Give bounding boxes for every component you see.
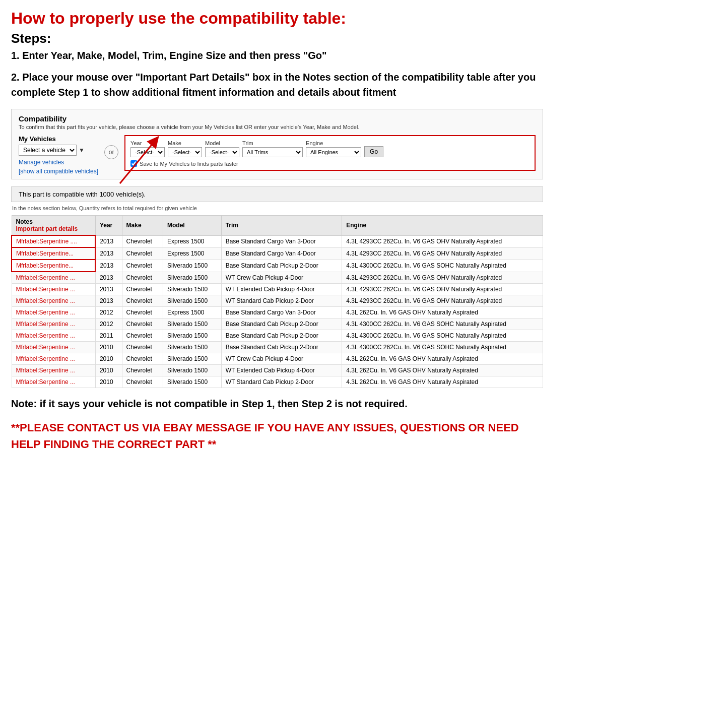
table-row: Mfrlabel:Serpentine ...2013ChevroletSilv… (12, 284, 543, 295)
trim-cell: Base Standard Cab Pickup 2-Door (221, 342, 342, 353)
engine-cell: 4.3L 4293CC 262Cu. In. V6 GAS OHV Natura… (342, 284, 543, 295)
model-cell: Silverado 1500 (163, 330, 222, 342)
trim-cell: Base Standard Cab Pickup 2-Door (221, 260, 342, 272)
notes-cell: Mfrlabel:Serpentine... (12, 247, 95, 260)
trim-cell: Base Standard Cargo Van 3-Door (221, 235, 342, 247)
go-button[interactable]: Go (364, 146, 383, 157)
trim-select[interactable]: All Trims (242, 147, 303, 157)
make-cell: Chevrolet (122, 272, 163, 284)
manage-vehicles-link[interactable]: Manage vehicles (19, 159, 98, 166)
engine-cell: 4.3L 4293CC 262Cu. In. V6 GAS OHV Natura… (342, 272, 543, 284)
engine-label: Engine (306, 140, 361, 146)
trim-cell: WT Extended Cab Pickup 4-Door (221, 365, 342, 376)
model-cell: Express 1500 (163, 247, 222, 260)
trim-cell: Base Standard Cab Pickup 2-Door (221, 318, 342, 330)
engine-cell: 4.3L 4293CC 262Cu. In. V6 GAS OHV Natura… (342, 295, 543, 307)
table-row: Mfrlabel:Serpentine...2013ChevroletSilve… (12, 260, 543, 272)
table-row: Mfrlabel:Serpentine ...2010ChevroletSilv… (12, 365, 543, 376)
engine-cell: 4.3L 4300CC 262Cu. In. V6 GAS SOHC Natur… (342, 342, 543, 353)
year-cell: 2012 (95, 307, 122, 318)
make-cell: Chevrolet (122, 295, 163, 307)
trim-cell: WT Standard Cab Pickup 2-Door (221, 295, 342, 307)
my-vehicles-label: My Vehicles (19, 135, 98, 143)
make-cell: Chevrolet (122, 260, 163, 272)
notes-cell: Mfrlabel:Serpentine ... (12, 342, 95, 353)
make-cell: Chevrolet (122, 318, 163, 330)
trim-field: Trim All Trims (242, 140, 303, 157)
compat-title: Compatibility (19, 114, 536, 123)
engine-cell: 4.3L 4300CC 262Cu. In. V6 GAS SOHC Natur… (342, 260, 543, 272)
make-cell: Chevrolet (122, 376, 163, 388)
notes-header: Notes Important part details (12, 216, 95, 236)
make-cell: Chevrolet (122, 330, 163, 342)
main-title: How to properly use the compatibility ta… (11, 9, 543, 28)
year-cell: 2012 (95, 318, 122, 330)
trim-cell: WT Standard Cab Pickup 2-Door (221, 376, 342, 388)
table-row: Mfrlabel:Serpentine ...2010ChevroletSilv… (12, 353, 543, 365)
year-cell: 2013 (95, 260, 122, 272)
important-part-details-header: Important part details (16, 225, 78, 232)
year-cell: 2010 (95, 376, 122, 388)
table-row: Mfrlabel:Serpentine ...2012ChevroletSilv… (12, 318, 543, 330)
year-cell: 2010 (95, 342, 122, 353)
engine-cell: 4.3L 4293CC 262Cu. In. V6 GAS OHV Natura… (342, 235, 543, 247)
compatibility-table: Notes Important part details Year Make M… (11, 215, 543, 388)
table-row: Mfrlabel:Serpentine ...2010ChevroletSilv… (12, 376, 543, 388)
make-field: Make -Select- (168, 140, 202, 157)
engine-cell: 4.3L 262Cu. In. V6 GAS OHV Naturally Asp… (342, 376, 543, 388)
make-cell: Chevrolet (122, 284, 163, 295)
table-row: Mfrlabel:Serpentine ...2013ChevroletSilv… (12, 295, 543, 307)
model-cell: Express 1500 (163, 235, 222, 247)
table-row: Mfrlabel:Serpentine ...2010ChevroletSilv… (12, 342, 543, 353)
engine-select[interactable]: All Engines (306, 147, 361, 157)
model-cell: Silverado 1500 (163, 318, 222, 330)
trim-cell: WT Extended Cab Pickup 4-Door (221, 284, 342, 295)
notes-cell: Mfrlabel:Serpentine ... (12, 272, 95, 284)
show-all-link[interactable]: [show all compatible vehicles] (19, 168, 98, 175)
model-cell: Silverado 1500 (163, 272, 222, 284)
model-select[interactable]: -Select- (205, 147, 239, 157)
engine-cell: 4.3L 262Cu. In. V6 GAS OHV Naturally Asp… (342, 365, 543, 376)
table-header-row: Notes Important part details Year Make M… (12, 216, 543, 236)
vehicle-select[interactable]: Select a vehicle (19, 145, 77, 156)
engine-header: Engine (342, 216, 543, 236)
dropdown-arrow-icon: ▼ (79, 147, 85, 154)
compat-info-bar: This part is compatible with 1000 vehicl… (11, 186, 543, 202)
notes-header-main: Notes (16, 218, 33, 225)
year-cell: 2013 (95, 235, 122, 247)
year-cell: 2010 (95, 353, 122, 365)
year-cell: 2010 (95, 365, 122, 376)
year-cell: 2013 (95, 272, 122, 284)
vehicle-select-wrapper: Select a vehicle ▼ (19, 145, 98, 156)
notes-cell: Mfrlabel:Serpentine ... (12, 307, 95, 318)
year-cell: 2011 (95, 330, 122, 342)
notes-cell: Mfrlabel:Serpentine .... (12, 235, 95, 247)
table-row: Mfrlabel:Serpentine ...2013ChevroletSilv… (12, 272, 543, 284)
year-cell: 2013 (95, 295, 122, 307)
compat-subtitle: To confirm that this part fits your vehi… (19, 124, 536, 130)
save-checkbox[interactable] (130, 160, 137, 167)
model-cell: Silverado 1500 (163, 353, 222, 365)
my-vehicles-section: My Vehicles Select a vehicle ▼ Manage ve… (19, 135, 98, 175)
notes-cell: Mfrlabel:Serpentine ... (12, 365, 95, 376)
notes-cell: Mfrlabel:Serpentine ... (12, 330, 95, 342)
make-select[interactable]: -Select- (168, 147, 202, 157)
engine-cell: 4.3L 4293CC 262Cu. In. V6 GAS OHV Natura… (342, 247, 543, 260)
make-cell: Chevrolet (122, 365, 163, 376)
year-header: Year (95, 216, 122, 236)
model-header: Model (163, 216, 222, 236)
year-label: Year (130, 140, 165, 146)
model-cell: Silverado 1500 (163, 376, 222, 388)
model-cell: Silverado 1500 (163, 365, 222, 376)
table-row: Mfrlabel:Serpentine ...2011ChevroletSilv… (12, 330, 543, 342)
trim-cell: Base Standard Cargo Van 3-Door (221, 307, 342, 318)
table-row: Mfrlabel:Serpentine...2013ChevroletExpre… (12, 247, 543, 260)
table-row: Mfrlabel:Serpentine ....2013ChevroletExp… (12, 235, 543, 247)
notes-cell: Mfrlabel:Serpentine ... (12, 284, 95, 295)
year-select[interactable]: -Select- (130, 147, 165, 157)
vehicle-form: Year -Select- Make -Select- Model -Selec… (124, 135, 536, 171)
year-field: Year -Select- (130, 140, 165, 157)
engine-cell: 4.3L 262Cu. In. V6 GAS OHV Naturally Asp… (342, 353, 543, 365)
notes-cell: Mfrlabel:Serpentine ... (12, 376, 95, 388)
year-cell: 2013 (95, 247, 122, 260)
